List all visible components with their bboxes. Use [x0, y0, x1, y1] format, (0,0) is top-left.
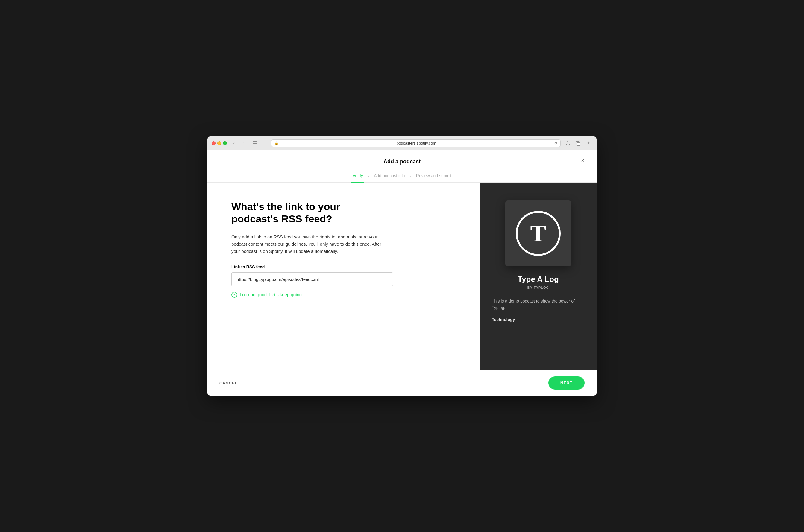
cancel-button[interactable]: CANCEL	[219, 381, 237, 385]
podcast-logo-circle: T	[516, 211, 561, 256]
traffic-lights	[212, 141, 227, 145]
description: Only add a link to an RSS feed you own t…	[231, 233, 387, 255]
podcast-artwork: T	[505, 201, 571, 266]
guidelines-link[interactable]: guidelines	[285, 242, 306, 247]
nav-buttons: ‹ ›	[230, 140, 248, 147]
success-message: ✓ Looking good. Let's keep going.	[231, 292, 456, 298]
browser-actions	[564, 140, 582, 147]
back-button[interactable]: ‹	[230, 140, 238, 147]
modal-title: Add a podcast	[219, 158, 585, 165]
left-panel: What's the link to your podcast's RSS fe…	[207, 183, 480, 370]
rss-feed-input[interactable]	[231, 272, 393, 286]
podcast-author: BY TYPLOG	[527, 286, 549, 289]
browser-window: ‹ › 🔒 ↻	[207, 136, 597, 396]
main-layout: What's the link to your podcast's RSS fe…	[207, 183, 597, 370]
forward-button[interactable]: ›	[240, 140, 248, 147]
close-button[interactable]: ×	[581, 157, 585, 164]
field-label: Link to RSS feed	[231, 265, 456, 269]
modal-header: Add a podcast × Verify › Add podcast inf…	[207, 150, 597, 183]
minimize-traffic-light[interactable]	[217, 141, 221, 145]
close-traffic-light[interactable]	[212, 141, 216, 145]
next-button[interactable]: NEXT	[548, 376, 585, 390]
address-bar-container[interactable]: 🔒 ↻	[271, 139, 561, 147]
page-content: Add a podcast × Verify › Add podcast inf…	[207, 150, 597, 396]
svg-rect-4	[577, 142, 580, 146]
lock-icon: 🔒	[275, 141, 279, 145]
question-title: What's the link to your podcast's RSS fe…	[231, 201, 387, 225]
sidebar-toggle-button[interactable]	[251, 140, 259, 147]
address-bar[interactable]	[280, 141, 552, 146]
podcast-category: Technology	[492, 317, 585, 322]
reload-button[interactable]: ↻	[554, 141, 557, 146]
right-panel: T Type A Log BY TYPLOG This is a demo po…	[480, 183, 597, 370]
step-verify[interactable]: Verify	[351, 170, 364, 183]
success-check-icon: ✓	[231, 292, 237, 298]
svg-rect-2	[253, 145, 258, 146]
success-text: Looking good. Let's keep going.	[240, 292, 303, 297]
svg-rect-0	[253, 141, 258, 142]
modal-footer: CANCEL NEXT	[207, 370, 597, 396]
new-tab-button[interactable]	[574, 140, 582, 147]
step-separator-2: ›	[410, 174, 411, 178]
browser-toolbar: ‹ › 🔒 ↻	[207, 136, 597, 150]
svg-rect-1	[253, 143, 258, 144]
podcast-name: Type A Log	[518, 275, 559, 284]
step-review[interactable]: Review and submit	[415, 170, 453, 183]
add-tab-button[interactable]: +	[585, 140, 592, 147]
step-add-info[interactable]: Add podcast info	[373, 170, 406, 183]
podcast-logo-letter: T	[530, 222, 546, 245]
steps-nav: Verify › Add podcast info › Review and s…	[219, 170, 585, 183]
maximize-traffic-light[interactable]	[223, 141, 227, 145]
step-separator-1: ›	[368, 174, 369, 178]
podcast-description: This is a demo podcast to show the power…	[492, 298, 585, 311]
share-button[interactable]	[564, 140, 572, 147]
